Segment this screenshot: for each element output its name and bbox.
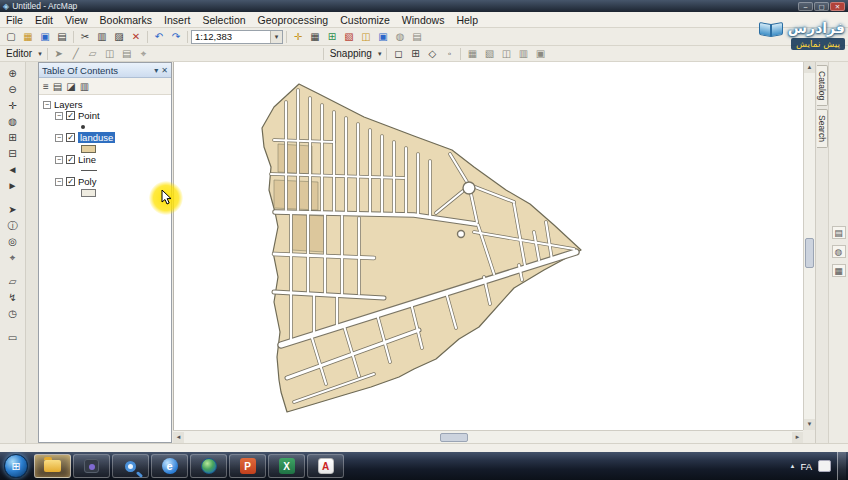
annotation-icon[interactable]: ▥ bbox=[515, 46, 531, 61]
menu-windows[interactable]: Windows bbox=[396, 13, 451, 27]
print-icon[interactable]: ▤ bbox=[54, 29, 70, 44]
previous-extent-tool[interactable]: ◄ bbox=[4, 163, 21, 176]
scroll-right-icon[interactable]: ► bbox=[792, 432, 803, 443]
trace-tool-icon[interactable]: ▱ bbox=[85, 46, 101, 61]
tab-catalog[interactable]: Catalog bbox=[817, 65, 828, 106]
pin-icon[interactable]: ▾ bbox=[154, 66, 158, 75]
new-document-icon[interactable]: ▢ bbox=[3, 29, 19, 44]
layer-checkbox[interactable]: ✓ bbox=[66, 111, 75, 120]
scroll-up-icon[interactable]: ▲ bbox=[804, 62, 815, 73]
viewer-window-tool[interactable]: ▭ bbox=[4, 331, 21, 344]
dimension-icon[interactable]: ▣ bbox=[532, 46, 548, 61]
snap-end-icon[interactable]: ◇ bbox=[424, 46, 440, 61]
redo-icon[interactable]: ↷ bbox=[168, 29, 184, 44]
cut-icon[interactable]: ✂ bbox=[77, 29, 93, 44]
landuse-symbol[interactable] bbox=[81, 145, 96, 153]
arctoolbox-icon[interactable]: ▧ bbox=[341, 29, 357, 44]
title-bar[interactable]: ◈ Untitled - ArcMap – ▢ ✕ bbox=[0, 0, 848, 12]
snap-point-icon[interactable]: ⌖ bbox=[136, 46, 152, 61]
menu-customize[interactable]: Customize bbox=[334, 13, 396, 27]
cogo-icon[interactable]: ◫ bbox=[498, 46, 514, 61]
select-elements-tool[interactable]: ➤ bbox=[4, 203, 21, 216]
horizontal-scroll-thumb[interactable] bbox=[440, 433, 468, 442]
python-window-icon[interactable]: ▤ bbox=[409, 29, 425, 44]
toolboxes-icon[interactable]: ▦ bbox=[832, 264, 846, 277]
taskbar-globe-button[interactable] bbox=[190, 454, 227, 478]
close-button[interactable]: ✕ bbox=[830, 2, 845, 11]
menu-selection[interactable]: Selection bbox=[196, 13, 251, 27]
collapse-icon[interactable]: − bbox=[55, 178, 63, 186]
collapse-icon[interactable]: − bbox=[55, 112, 63, 120]
delete-icon[interactable]: ✕ bbox=[128, 29, 144, 44]
layer-checkbox[interactable]: ✓ bbox=[66, 155, 75, 164]
layer-row-landuse[interactable]: − ✓ landuse bbox=[43, 132, 171, 143]
hidden-icons-chevron[interactable]: ▴ bbox=[791, 462, 795, 470]
taskbar-excel-button[interactable]: X bbox=[268, 454, 305, 478]
minimize-button[interactable]: – bbox=[798, 2, 813, 11]
scroll-down-icon[interactable]: ▼ bbox=[804, 419, 815, 430]
keyboard-layout-icon[interactable] bbox=[818, 460, 831, 472]
layer-checkbox[interactable]: ✓ bbox=[66, 133, 75, 142]
editor-shortcut-icon[interactable]: ⊞ bbox=[324, 29, 340, 44]
menu-insert[interactable]: Insert bbox=[158, 13, 196, 27]
line-symbol[interactable] bbox=[81, 170, 97, 171]
create-features-icon[interactable]: ▤ bbox=[119, 46, 135, 61]
collapse-icon[interactable]: − bbox=[43, 101, 51, 109]
editor-toolbar-label[interactable]: Editor bbox=[3, 48, 35, 59]
find-tool[interactable]: ◎ bbox=[4, 235, 21, 248]
layer-row-point[interactable]: − ✓ Point bbox=[43, 110, 171, 121]
chevron-down-icon[interactable]: ▾ bbox=[270, 31, 282, 43]
layer-label-point[interactable]: Point bbox=[78, 110, 100, 121]
undo-icon[interactable]: ↶ bbox=[151, 29, 167, 44]
layer-label-line[interactable]: Line bbox=[78, 154, 96, 165]
list-by-visibility-icon[interactable]: ◪ bbox=[66, 81, 75, 92]
snap-intersection-icon[interactable]: ◦ bbox=[441, 46, 457, 61]
close-panel-icon[interactable]: ✕ bbox=[161, 66, 168, 75]
collapse-icon[interactable]: − bbox=[55, 134, 63, 142]
fixed-zoom-out-tool[interactable]: ⊟ bbox=[4, 147, 21, 160]
edit-tool-icon[interactable]: ➤ bbox=[51, 46, 67, 61]
map-scale-combo[interactable]: 1:12,383 ▾ bbox=[191, 30, 283, 44]
pan-tool[interactable]: ✛ bbox=[4, 99, 21, 112]
taskbar-app-button[interactable] bbox=[73, 454, 110, 478]
paste-icon[interactable]: ▨ bbox=[111, 29, 127, 44]
chevron-down-icon[interactable]: ▾ bbox=[376, 50, 384, 58]
horizontal-scrollbar[interactable]: ◄ ► bbox=[173, 430, 803, 443]
layer-label-landuse[interactable]: landuse bbox=[78, 132, 115, 143]
layer-row-poly[interactable]: − ✓ Poly bbox=[43, 176, 171, 187]
map-canvas[interactable] bbox=[173, 62, 803, 430]
zoom-in-tool[interactable]: ⊕ bbox=[4, 67, 21, 80]
vertical-scroll-thumb[interactable] bbox=[805, 238, 814, 268]
model-builder-icon[interactable]: ◍ bbox=[392, 29, 408, 44]
taskbar-search-button[interactable] bbox=[112, 454, 149, 478]
copy-icon[interactable]: ▥ bbox=[94, 29, 110, 44]
list-by-drawing-order-icon[interactable]: ≡ bbox=[43, 81, 49, 92]
time-slider-tool[interactable]: ◷ bbox=[4, 307, 21, 320]
layers-root-row[interactable]: − Layers bbox=[43, 99, 171, 110]
taskbar-powerpoint-button[interactable]: P bbox=[229, 454, 266, 478]
full-extent-tool[interactable]: ◍ bbox=[4, 115, 21, 128]
menu-bookmarks[interactable]: Bookmarks bbox=[94, 13, 159, 27]
add-data-icon[interactable]: ✛ bbox=[290, 29, 306, 44]
attributes-icon[interactable]: ◫ bbox=[102, 46, 118, 61]
catalog-icon[interactable]: ◫ bbox=[358, 29, 374, 44]
connections-icon[interactable]: ◍ bbox=[832, 245, 846, 258]
hyperlink-tool[interactable]: ↯ bbox=[4, 291, 21, 304]
tab-search[interactable]: Search bbox=[817, 109, 828, 148]
scroll-left-icon[interactable]: ◄ bbox=[173, 432, 184, 443]
list-by-source-icon[interactable]: ▤ bbox=[53, 81, 62, 92]
home-folder-icon[interactable]: ▤ bbox=[832, 226, 846, 239]
chevron-down-icon[interactable]: ▾ bbox=[36, 50, 44, 58]
maximize-button[interactable]: ▢ bbox=[814, 2, 829, 11]
taskbar-pdf-button[interactable]: A bbox=[307, 454, 344, 478]
menu-view[interactable]: View bbox=[59, 13, 94, 27]
snap-edge-icon[interactable]: ⊞ bbox=[407, 46, 423, 61]
table-icon[interactable]: ▦ bbox=[307, 29, 323, 44]
parcel-icon[interactable]: ▧ bbox=[481, 46, 497, 61]
measure-tool[interactable]: ▱ bbox=[4, 275, 21, 288]
zoom-out-tool[interactable]: ⊖ bbox=[4, 83, 21, 96]
sketch-tool-icon[interactable]: ╱ bbox=[68, 46, 84, 61]
poly-symbol[interactable] bbox=[81, 189, 96, 197]
start-button[interactable]: ⊞ bbox=[4, 454, 28, 478]
menu-help[interactable]: Help bbox=[450, 13, 484, 27]
